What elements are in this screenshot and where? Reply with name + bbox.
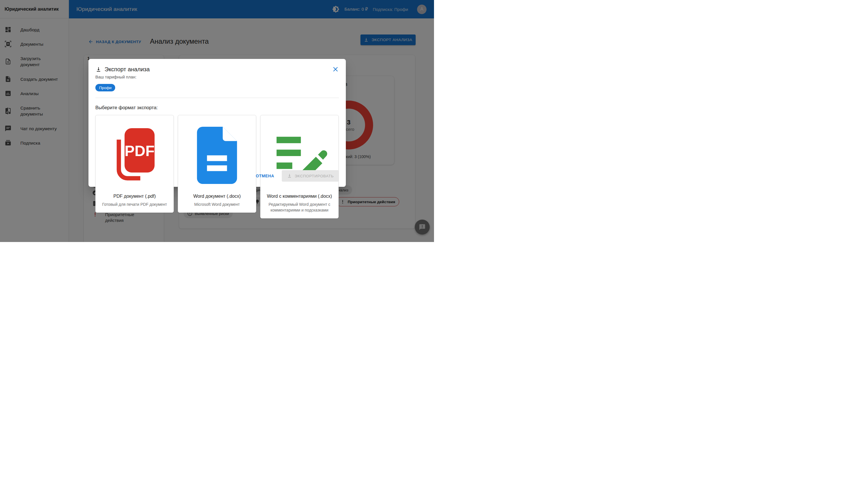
download-icon xyxy=(287,173,292,178)
format-card-pdf[interactable]: PDF PDF документ (.pdf) Готовый для печа… xyxy=(95,115,174,213)
modal-footer: ОТМЕНА ЭКСПОРТИРОВАТЬ xyxy=(254,170,339,182)
format-desc: Готовый для печати PDF документ xyxy=(100,201,169,207)
format-title: Word с комментариями (.docx) xyxy=(265,194,334,199)
choose-format-label: Выберите формат экспорта: xyxy=(95,105,158,110)
app-screen: Юридический аналитик Дашборд Документы З… xyxy=(0,0,434,242)
format-title: Word документ (.docx) xyxy=(183,194,251,199)
format-desc: Редактируемый Word документ с комментари… xyxy=(265,201,334,213)
export-button-label: ЭКСПОРТИРОВАТЬ xyxy=(295,174,334,178)
close-icon[interactable] xyxy=(332,66,339,73)
download-icon xyxy=(95,66,102,73)
format-card-word-comments[interactable]: Word с комментариями (.docx) Редактируем… xyxy=(260,115,339,219)
format-title: PDF документ (.pdf) xyxy=(100,194,169,199)
pdf-file-icon: PDF xyxy=(100,121,169,190)
plan-label: Ваш тарифный план: xyxy=(95,75,136,79)
modal-title: Экспорт анализа xyxy=(104,66,150,73)
export-analysis-modal: Экспорт анализа Ваш тарифный план: Профи… xyxy=(89,59,346,187)
export-button-disabled[interactable]: ЭКСПОРТИРОВАТЬ xyxy=(282,170,339,182)
svg-text:PDF: PDF xyxy=(125,143,155,159)
format-cards: PDF PDF документ (.pdf) Готовый для печа… xyxy=(95,115,339,219)
divider xyxy=(95,98,339,98)
cancel-button[interactable]: ОТМЕНА xyxy=(254,171,276,180)
format-card-word[interactable]: Word документ (.docx) Microsoft Word док… xyxy=(178,115,256,213)
plan-chip: Профи xyxy=(95,84,115,91)
word-file-icon xyxy=(183,121,251,190)
format-desc: Microsoft Word документ xyxy=(183,201,251,207)
